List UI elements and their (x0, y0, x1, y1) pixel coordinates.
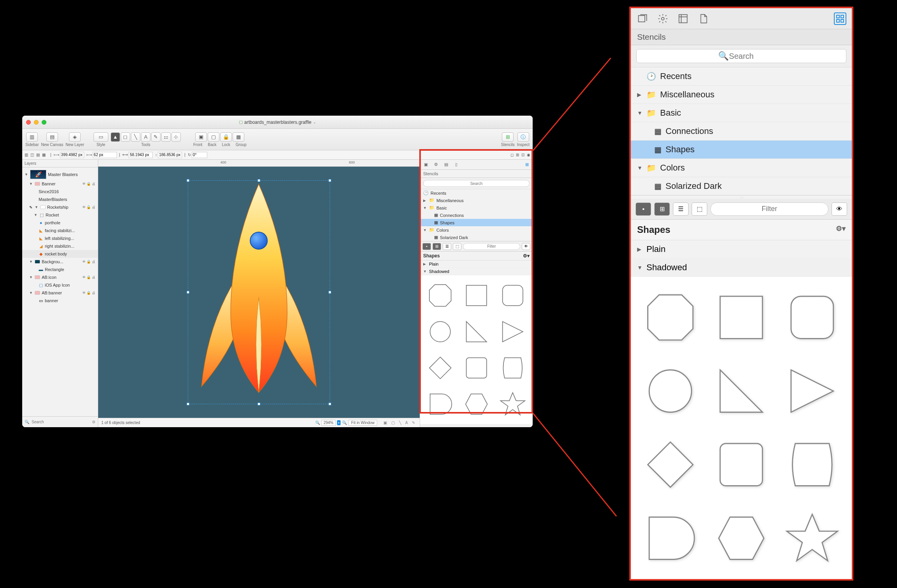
stencil-filter-input-zoomed[interactable] (710, 202, 828, 216)
shape-square[interactable] (459, 278, 493, 312)
sidebar-mode2-icon[interactable]: ◫ (30, 153, 34, 157)
diagram-tool-button[interactable]: ⚏ (161, 132, 171, 142)
shape-triangle[interactable] (496, 315, 530, 349)
shape-rounded-square[interactable] (496, 278, 530, 312)
disclosure-icon[interactable]: ▼ (637, 110, 643, 116)
new-canvas-button[interactable]: ▤ (46, 132, 58, 142)
layer-controls[interactable]: 👁 🔒 🖨 (82, 275, 95, 279)
tree-connections-zoomed[interactable]: ▦ Connections (631, 122, 852, 141)
shape-octagon-zoomed[interactable] (637, 283, 703, 352)
selection-handle-ne[interactable] (328, 179, 331, 182)
selection-handle-s[interactable] (258, 403, 260, 405)
shape-hexagon[interactable] (459, 387, 493, 421)
shape-star-zoomed[interactable] (779, 504, 846, 573)
view-mode-list-button[interactable]: ☰ (443, 243, 451, 250)
canvas-viewport[interactable] (98, 167, 420, 418)
front-button[interactable]: ▣ (195, 132, 207, 142)
properties-inspector-tab-zoomed[interactable] (657, 12, 669, 25)
layers-search-input[interactable] (32, 420, 90, 424)
stencils-tab-zoomed[interactable] (834, 12, 846, 25)
selection-box[interactable] (188, 180, 330, 404)
object-porthole[interactable]: ● porthole (22, 219, 98, 227)
disclosure-icon[interactable]: ▼ (29, 291, 33, 295)
minimize-window-button[interactable] (34, 120, 39, 125)
guides-icon[interactable]: ⊡ (521, 153, 524, 157)
disclosure-icon[interactable]: ▼ (637, 264, 643, 271)
shadowed-subsection[interactable]: ▼Shadowed (420, 268, 533, 275)
fit-in-window-button[interactable]: Fit in Window (348, 420, 377, 426)
canvas-inspector-tab-zoomed[interactable] (677, 12, 689, 25)
eye-toggle-button-zoomed[interactable]: 👁 (832, 202, 847, 216)
zoom-out-icon[interactable]: 🔍 (315, 421, 320, 425)
magnets-icon[interactable]: ◉ (527, 153, 530, 157)
lock-button[interactable]: 🔒 (220, 132, 232, 142)
tree-solarized-dark[interactable]: ▦Solarized Dark (420, 234, 533, 241)
zoom-value[interactable]: 294% (321, 420, 335, 426)
object-banner[interactable]: ▭ banner (22, 297, 98, 305)
canvas-master-blasters[interactable]: ▼ 🚀 Master Blasters (22, 169, 98, 180)
x-input[interactable] (60, 152, 84, 158)
stencils-search-input[interactable] (423, 180, 530, 187)
disclosure-icon[interactable]: ▼ (34, 213, 38, 217)
object-rocket-body[interactable]: ◆ rocket body (22, 250, 98, 258)
disclosure-icon[interactable]: ▼ (29, 182, 33, 186)
sidebar-mode-icon[interactable]: ▥ (25, 153, 28, 157)
stencils-tab[interactable]: ⊞ (523, 161, 530, 168)
artboard[interactable] (188, 180, 330, 404)
new-layer-button[interactable]: ◈ (69, 132, 81, 142)
tree-shapes[interactable]: ▦Shapes (420, 219, 533, 226)
layer-controls[interactable]: 👁 🔒 🖨 (82, 182, 95, 186)
disclosure-icon[interactable]: ▼ (423, 269, 427, 273)
layer-controls[interactable]: 👁 🔒 🖨 (82, 291, 95, 295)
selection-handle-w[interactable] (187, 291, 189, 294)
tree-colors[interactable]: ▼📁Colors (420, 226, 533, 234)
properties-inspector-tab[interactable]: ⚙︎ (433, 161, 440, 168)
back-button[interactable]: ▢ (208, 132, 219, 142)
sidebar-mode3-icon[interactable]: ▤ (36, 153, 40, 157)
shape-circle-zoomed[interactable] (637, 357, 703, 426)
rotation-input[interactable] (192, 152, 207, 158)
layer-controls[interactable]: 👁 🔒 🖨 (82, 260, 95, 264)
layer-ab-banner[interactable]: ▼ AB:banner 👁 🔒 🖨 (22, 289, 98, 297)
sidebar-toggle-button[interactable]: ▥ (26, 132, 38, 142)
inspect-toggle-button[interactable]: ⓘ (517, 132, 529, 142)
tree-connections[interactable]: ▦Connections (420, 211, 533, 219)
eye-toggle-button[interactable]: 👁 (522, 243, 530, 250)
object-since2016[interactable]: Since2016 (22, 188, 98, 195)
titlebar[interactable]: ▢ artboards_masterblasters.graffle ⌄ (22, 116, 533, 129)
shape-barrel-zoomed[interactable] (779, 430, 846, 499)
tree-recents[interactable]: 🕑Recents (420, 189, 533, 197)
tree-shapes-zoomed[interactable]: ▦ Shapes (631, 141, 852, 159)
tree-colors-zoomed[interactable]: ▼ 📁 Colors (631, 159, 852, 177)
gear-icon[interactable]: ⚙︎▾ (523, 253, 530, 259)
sidebar-mode4-icon[interactable]: ▦ (42, 153, 46, 157)
layer-controls[interactable]: 👁 🔓 🖨 (82, 205, 95, 209)
shape-right-triangle[interactable] (459, 315, 493, 349)
tree-recents-zoomed[interactable]: 🕑 Recents (631, 67, 852, 86)
close-window-button[interactable] (26, 120, 31, 125)
stencils-toggle-button[interactable]: ⊞ (502, 132, 514, 142)
object-rectangle[interactable]: ▬ Rectangle (22, 266, 98, 273)
shape-half-round-zoomed[interactable] (637, 504, 703, 573)
shape-circle[interactable] (423, 315, 457, 349)
shape-rounded-rect[interactable] (459, 351, 493, 385)
grabber-icon[interactable]: ⋯ (631, 195, 852, 199)
object-ios-app-icon[interactable]: ▢ iOS App Icon (22, 281, 98, 289)
view-mode-grid-button[interactable]: ⊞ (433, 243, 441, 250)
layer-rocketship[interactable]: ✎ ▼ Rocketship 👁 🔓 🖨 (22, 203, 98, 211)
y-input[interactable] (93, 152, 117, 158)
view-mode-hierarchy-button-zoomed[interactable]: ⬚ (692, 202, 707, 216)
view-mode-single-button-zoomed[interactable]: ▪ (636, 202, 651, 216)
group-rocket[interactable]: ▼ ⬚ Rocket (22, 211, 98, 219)
tree-solarized-dark-zoomed[interactable]: ▦ Solarized Dark (631, 177, 852, 195)
document-inspector-tab[interactable]: ▯ (453, 161, 460, 168)
selection-handle-se[interactable] (328, 403, 331, 405)
view-mode-single-button[interactable]: ▪ (422, 243, 431, 250)
object-right-stabilizer[interactable]: ◢ right stabilizin... (22, 242, 98, 250)
object-inspector-tab-zoomed[interactable] (636, 12, 649, 25)
tree-miscellaneous[interactable]: ▶📁Miscellaneous (420, 197, 533, 204)
object-inspector-tab[interactable]: ▣ (422, 161, 429, 168)
plain-subsection-zoomed[interactable]: ▶ Plain (631, 240, 852, 259)
pencil-icon[interactable]: ✎ (29, 205, 33, 209)
tree-miscellaneous-zoomed[interactable]: ▶ 📁 Miscellaneous (631, 86, 852, 104)
